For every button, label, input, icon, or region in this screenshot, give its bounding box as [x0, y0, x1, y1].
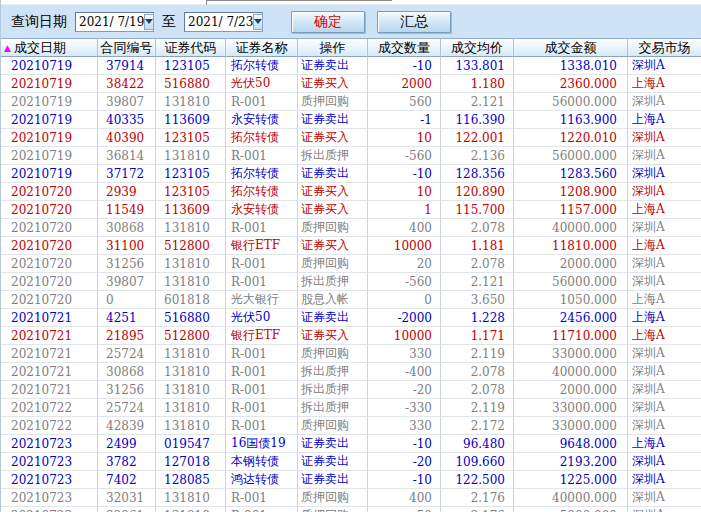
- cell-avg-price: 2.121: [441, 93, 514, 111]
- cell-market: 深圳A: [628, 129, 701, 147]
- cell-market: 上海A: [628, 309, 701, 327]
- cell-operation: 证券卖出: [298, 471, 368, 489]
- cell-quantity: 10: [368, 183, 441, 201]
- table-row[interactable]: 202107214251516880光伏50证券卖出-20001.2282456…: [1, 309, 701, 327]
- cell-security-code: 131810: [156, 507, 226, 512]
- column-header-1[interactable]: 合同编号: [98, 39, 156, 57]
- cell-avg-price: 133.801: [441, 57, 514, 75]
- cell-trade-date: 20210723: [1, 435, 98, 453]
- table-row[interactable]: 2021072332031131810R-001质押回购4002.1764000…: [1, 489, 701, 507]
- cell-security-code: 131810: [156, 93, 226, 111]
- cell-trade-date: 20210720: [1, 291, 98, 309]
- column-header-2[interactable]: 证券代码: [156, 39, 226, 57]
- cell-trade-date: 20210719: [1, 111, 98, 129]
- table-row[interactable]: 2021071937914123105拓尔转债证券卖出-10133.801133…: [1, 57, 701, 75]
- table-row[interactable]: 2021072031256131810R-001质押回购202.0782000.…: [1, 255, 701, 273]
- column-header-7[interactable]: 成交金额: [514, 39, 628, 57]
- column-header-4[interactable]: 操作: [298, 39, 368, 57]
- cell-avg-price: 1.171: [441, 327, 514, 345]
- summary-button[interactable]: 汇总: [377, 11, 451, 33]
- table-header: ▲成交日期合同编号证券代码证券名称操作成交数量成交均价成交金额交易市场: [1, 38, 701, 57]
- cell-market: 深圳A: [628, 57, 701, 75]
- cell-operation: 质押回购: [298, 417, 368, 435]
- cell-avg-price: 2.078: [441, 219, 514, 237]
- cell-avg-price: 115.700: [441, 201, 514, 219]
- table-row[interactable]: 202107200601818光大银行股息入帐03.6501050.000上海A: [1, 291, 701, 309]
- table-row[interactable]: 2021072039807131810R-001拆出质押-5602.121560…: [1, 273, 701, 291]
- cell-amount: 56000.000: [514, 93, 628, 111]
- column-header-6[interactable]: 成交均价: [441, 39, 514, 57]
- table-row[interactable]: 202107233782127018本钢转债证券卖出-20109.6602193…: [1, 453, 701, 471]
- cell-market: 深圳A: [628, 453, 701, 471]
- table-row[interactable]: 2021071940335113609永安转债证券卖出-1116.3901163…: [1, 111, 701, 129]
- column-header-8[interactable]: 交易市场: [628, 39, 701, 57]
- cell-avg-price: 1.180: [441, 75, 514, 93]
- cell-contract-no: 21895: [98, 327, 156, 345]
- table-row[interactable]: 2021072332961131810R-001质押回购502.1765000.…: [1, 507, 701, 512]
- table-row[interactable]: 2021072242839131810R-001质押回购3302.1723300…: [1, 417, 701, 435]
- cell-contract-no: 31256: [98, 255, 156, 273]
- confirm-button[interactable]: 确定: [291, 11, 365, 33]
- cell-trade-date: 20210719: [1, 57, 98, 75]
- cell-quantity: 0: [368, 291, 441, 309]
- table-row[interactable]: 2021072225724131810R-001拆出质押-3302.119330…: [1, 399, 701, 417]
- table-row[interactable]: 2021071938422516880光伏50证券买入20001.1802360…: [1, 75, 701, 93]
- table-row[interactable]: 202107237402128085鸿达转债证券卖出-10122.5001225…: [1, 471, 701, 489]
- cell-operation: 质押回购: [298, 345, 368, 363]
- table-row[interactable]: 2021072011549113609永安转债证券买入1115.7001157.…: [1, 201, 701, 219]
- cell-operation: 证券卖出: [298, 435, 368, 453]
- table-row[interactable]: 2021072130868131810R-001拆出质押-4002.078400…: [1, 363, 701, 381]
- column-header-0[interactable]: ▲成交日期: [1, 39, 98, 57]
- cell-operation: 证券买入: [298, 237, 368, 255]
- cell-trade-date: 20210720: [1, 183, 98, 201]
- cell-quantity: -560: [368, 273, 441, 291]
- cell-quantity: 330: [368, 417, 441, 435]
- cell-security-code: 512800: [156, 237, 226, 255]
- cell-avg-price: 116.390: [441, 111, 514, 129]
- cell-market: 深圳A: [628, 489, 701, 507]
- column-header-5[interactable]: 成交数量: [368, 39, 441, 57]
- cell-market: 深圳A: [628, 471, 701, 489]
- table-row[interactable]: 2021072121895512800银行ETF证券买入100001.17111…: [1, 327, 701, 345]
- date-to-dropdown-button[interactable]: [253, 14, 263, 30]
- cell-amount: 1050.000: [514, 291, 628, 309]
- cell-amount: 11810.000: [514, 237, 628, 255]
- cell-contract-no: 2939: [98, 183, 156, 201]
- table-row[interactable]: 2021071937172123105拓尔转债证券卖出-10128.356128…: [1, 165, 701, 183]
- cell-trade-date: 20210719: [1, 129, 98, 147]
- query-toolbar: 查询日期 2021/ 7/19 至 2021/ 7/23 确定 汇总: [1, 5, 701, 38]
- table-row[interactable]: 2021072131256131810R-001拆出质押-202.0782000…: [1, 381, 701, 399]
- cell-quantity: 10000: [368, 237, 441, 255]
- cell-security-name: R-001: [226, 345, 298, 363]
- date-from-input[interactable]: 2021/ 7/19: [75, 12, 154, 32]
- table-row[interactable]: 2021071936814131810R-001拆出质押-5602.136560…: [1, 147, 701, 165]
- table-row[interactable]: 202107202939123105拓尔转债证券买入10120.8901208.…: [1, 183, 701, 201]
- column-header-3[interactable]: 证券名称: [226, 39, 298, 57]
- cell-quantity: -10: [368, 471, 441, 489]
- table-row[interactable]: 2021071939807131810R-001质押回购5602.1215600…: [1, 93, 701, 111]
- table-row[interactable]: 2021072125724131810R-001质押回购3302.1193300…: [1, 345, 701, 363]
- table-row[interactable]: 2021071940390123105拓尔转债证券买入10122.0011220…: [1, 129, 701, 147]
- table-row[interactable]: 2021072031100512800银行ETF证券买入100001.18111…: [1, 237, 701, 255]
- cell-contract-no: 7402: [98, 471, 156, 489]
- cell-quantity: 330: [368, 345, 441, 363]
- cell-quantity: -2000: [368, 309, 441, 327]
- table-row[interactable]: 20210723249901954716国债19证券卖出-1096.480964…: [1, 435, 701, 453]
- table-row[interactable]: 2021072030868131810R-001质押回购4002.0784000…: [1, 219, 701, 237]
- cell-contract-no: 31256: [98, 381, 156, 399]
- trade-history-window: 查询日期 2021/ 7/19 至 2021/ 7/23 确定 汇总 ▲成交日期…: [0, 0, 701, 512]
- date-to-input[interactable]: 2021/ 7/23: [184, 12, 263, 32]
- date-from-dropdown-button[interactable]: [144, 14, 154, 30]
- top-edge-divider-vertical: [206, 0, 207, 5]
- cell-quantity: -1: [368, 111, 441, 129]
- cell-operation: 拆出质押: [298, 273, 368, 291]
- cell-security-name: 16国债19: [226, 435, 298, 453]
- date-to-value: 2021/ 7/23: [185, 15, 253, 29]
- chevron-down-icon: [145, 19, 153, 24]
- cell-trade-date: 20210720: [1, 219, 98, 237]
- sort-ascending-icon: ▲: [4, 43, 11, 53]
- cell-quantity: -400: [368, 363, 441, 381]
- cell-trade-date: 20210721: [1, 345, 98, 363]
- cell-trade-date: 20210722: [1, 417, 98, 435]
- column-header-label: 成交数量: [378, 39, 430, 57]
